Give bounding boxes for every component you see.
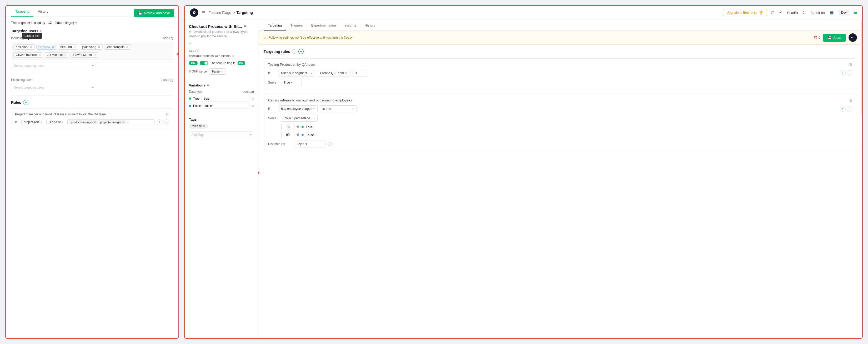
rollout-type-select[interactable]: Rollout percentage ▾: [281, 115, 317, 122]
attribute-select[interactable]: User is in segment ▾: [278, 70, 315, 76]
edit-variations-icon[interactable]: ✏: [207, 83, 210, 87]
remove-user-icon[interactable]: ✕: [98, 45, 100, 49]
flag-icon[interactable]: 🏳: [779, 10, 783, 15]
tags-list: release ✕: [189, 124, 254, 130]
rules-info-icon[interactable]: i: [292, 49, 296, 54]
attribute-select[interactable]: project-role ▾: [21, 119, 44, 125]
if-label: If: [268, 71, 276, 75]
chevron-down-icon: ▾: [127, 121, 129, 124]
remove-condition-button[interactable]: −: [163, 119, 169, 125]
clock-icon: ⏰: [813, 36, 817, 39]
rules-header: Rules +: [11, 100, 173, 105]
rollout-false-row: % False: [281, 132, 852, 138]
switch-icon[interactable]: ⇆: [854, 10, 857, 15]
attribute-select[interactable]: has-employee-coupon ▾: [278, 105, 317, 112]
false-color-dot: [302, 134, 304, 136]
toggle-on-badge: ON: [189, 61, 197, 65]
info-icon[interactable]: i: [195, 49, 199, 53]
delete-rule-2-button[interactable]: 🗑: [849, 98, 852, 102]
if-off-serve-select[interactable]: False ▾: [209, 68, 225, 75]
remove-user-icon[interactable]: ✕: [52, 45, 54, 49]
menu-icon[interactable]: ☰: [202, 10, 205, 15]
more-options-button[interactable]: ⋯: [848, 33, 857, 42]
including-users-container: Click to edit abs.clark ✕ fx.review ✕ be…: [11, 42, 173, 60]
tab-history-left[interactable]: History: [33, 6, 52, 16]
toolbar-right: ⏰ 0 💾 Save ⋯: [813, 33, 857, 42]
tab-experimentation[interactable]: Experimentation: [307, 20, 340, 31]
edit-title-icon[interactable]: ✏: [244, 24, 247, 29]
user-tag: Folwer.Martin ✕: [70, 52, 98, 58]
remove-condition-button[interactable]: −: [847, 70, 852, 76]
connector-dot-left: [177, 53, 179, 56]
value-tag: project-manager ✕: [99, 121, 126, 124]
delete-rule-button[interactable]: 🗑: [165, 112, 169, 116]
select-including-users[interactable]: Select targeting users ▾: [11, 62, 173, 69]
serve-value-select[interactable]: True ▾: [281, 79, 302, 86]
percent-label: %: [297, 125, 300, 129]
rule-description: Project manager and Product team also wa…: [15, 112, 169, 116]
remove-user-icon[interactable]: ✕: [38, 53, 41, 57]
segment-info: This segment is used by 12 feature flag(…: [11, 21, 173, 25]
rollout-false-input[interactable]: [281, 132, 294, 138]
second-operator-select[interactable]: ▾: [352, 70, 368, 76]
operator-select[interactable]: is one of ▾: [46, 119, 65, 125]
environment-badge[interactable]: Dev: [839, 10, 849, 15]
variation-true: True ⧉: [189, 96, 254, 101]
remove-condition-button[interactable]: −: [847, 106, 852, 112]
operator-select[interactable]: is true ▾: [320, 105, 356, 112]
chevron-down-icon[interactable]: ▾: [40, 29, 41, 33]
workspace-icon[interactable]: 🗂: [802, 10, 806, 15]
excluding-users-label: Excluding users 0 user(s): [11, 78, 173, 82]
scrollbar[interactable]: [861, 20, 862, 115]
edit-env-icon[interactable]: ✏: [189, 42, 254, 46]
add-rule-button[interactable]: +: [23, 100, 28, 105]
remove-user-icon[interactable]: ✕: [64, 53, 67, 57]
delete-rule-1-button[interactable]: 🗑: [849, 62, 852, 67]
review-save-button[interactable]: 💾 Review and save: [134, 9, 174, 17]
chevron-down-icon: ▾: [92, 86, 170, 89]
rollout-true-input[interactable]: [281, 124, 294, 130]
targeting-users-title: Targeting users ▾: [11, 29, 173, 33]
device-icon[interactable]: 💻: [829, 10, 834, 15]
add-tags-input[interactable]: Add Tags ▾: [189, 131, 254, 138]
copy-icon[interactable]: ⧉: [232, 54, 235, 58]
dropdown-icon[interactable]: ▾: [75, 21, 77, 25]
feature-flag-toggle[interactable]: [200, 61, 208, 65]
user-tag: JR.Micheal ✕: [45, 52, 69, 58]
tab-insights[interactable]: Insights: [340, 20, 361, 31]
add-condition-button[interactable]: +: [157, 119, 162, 125]
remove-tag-icon[interactable]: ✕: [203, 124, 206, 128]
remove-value-icon[interactable]: ✕: [122, 121, 124, 124]
add-condition-button[interactable]: +: [840, 106, 846, 112]
remove-user-icon[interactable]: ✕: [93, 53, 96, 57]
user-tag: Olivier Taverne ✕: [13, 52, 43, 58]
serve-label: Serve: [268, 116, 279, 120]
add-condition-button[interactable]: +: [840, 70, 846, 76]
remove-value-icon[interactable]: ✕: [94, 121, 96, 124]
rule-actions: + −: [157, 119, 169, 125]
dispatch-select[interactable]: keyId ▾: [294, 141, 326, 147]
select-excluding-users[interactable]: Select targeting users ▾: [11, 84, 173, 91]
copy-variation-icon[interactable]: ⧉: [251, 104, 254, 108]
variation-true-input[interactable]: [202, 96, 249, 101]
remove-user-icon[interactable]: ✕: [30, 45, 32, 49]
remove-value-icon[interactable]: ✕: [345, 71, 347, 75]
remove-user-icon[interactable]: ✕: [73, 45, 76, 49]
tab-triggers[interactable]: Triggers: [286, 20, 307, 31]
add-targeting-rule-button[interactable]: +: [298, 49, 304, 54]
grid-icon[interactable]: ⊞: [771, 10, 775, 15]
remove-user-icon[interactable]: ✕: [126, 45, 128, 49]
tab-targeting[interactable]: Targeting: [264, 20, 286, 31]
left-segment-panel: Targeting History 💾 Review and save This…: [5, 5, 179, 339]
upgrade-button[interactable]: Upgrade to Enterprise 🏆: [723, 9, 767, 16]
tab-history[interactable]: History: [360, 20, 379, 31]
tab-targeting-left[interactable]: Targeting: [11, 6, 33, 16]
user-tag: jean.françois ✕: [104, 44, 131, 50]
targeting-section: Targeting Triggers Experimentation Insig…: [258, 20, 862, 338]
dispatch-info-icon[interactable]: i: [328, 142, 332, 146]
variation-false-input[interactable]: [203, 103, 249, 109]
chevron-down-icon: ▾: [313, 117, 315, 120]
app-header: ☰ Feature Flags > Targeting Upgrade to E…: [185, 6, 862, 20]
save-button[interactable]: 💾 Save: [823, 34, 846, 42]
copy-variation-icon[interactable]: ⧉: [251, 97, 254, 100]
